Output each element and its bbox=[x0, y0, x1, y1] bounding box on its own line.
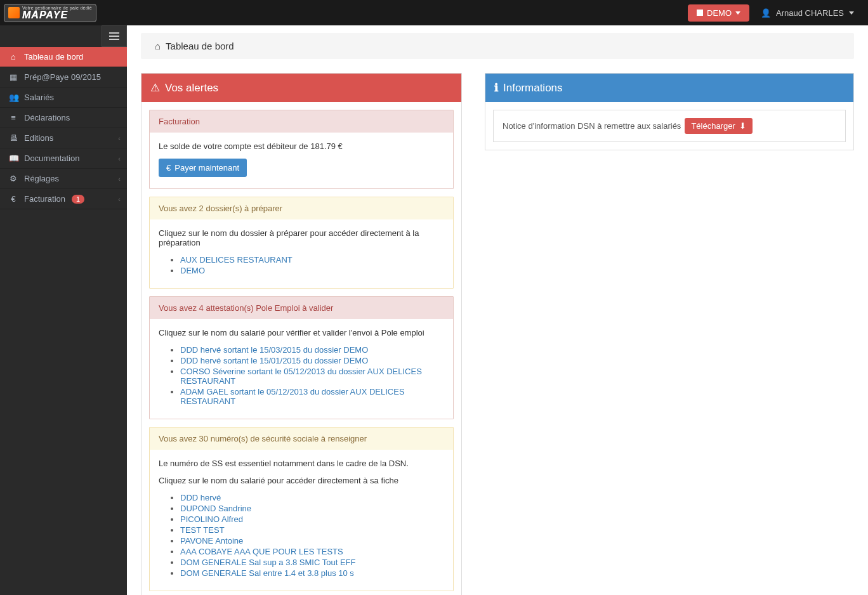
alert-head: Vous avez 2 dossier(s) à préparer bbox=[150, 197, 453, 219]
euro-icon bbox=[9, 194, 18, 204]
sidebar-item[interactable]: Déclarations bbox=[0, 108, 127, 128]
alert-head: Facturation bbox=[150, 110, 453, 133]
alert-intro1: Le numéro de SS est essentiel notamment … bbox=[159, 459, 444, 468]
informations-panel-title: Informations bbox=[485, 74, 853, 102]
sidebar-item-label: Editions bbox=[24, 133, 53, 143]
alert-attestations: Vous avez 4 attestation(s) Pole Emploi à… bbox=[149, 296, 454, 419]
chevron-left-icon: ‹ bbox=[118, 175, 121, 183]
bars2-icon bbox=[9, 113, 18, 122]
list-item[interactable]: DOM GENERALE Sal entre 1.4 et 3.8 plus 1… bbox=[180, 568, 444, 578]
square-icon bbox=[697, 10, 703, 16]
alerts-panel: Vos alertes Facturation Le solde de votr… bbox=[141, 73, 462, 595]
users-icon bbox=[9, 93, 18, 102]
alert-intro2: Cliquez sur le nom du salarié pour accéd… bbox=[159, 476, 444, 485]
sidebar-item-label: Déclarations bbox=[24, 113, 70, 122]
grid-icon bbox=[9, 72, 18, 82]
sidebar-item[interactable]: Prép@Paye 09/2015 bbox=[0, 67, 127, 88]
user-menu[interactable]: 👤 Arnaud CHARLES bbox=[761, 8, 854, 18]
alert-dossiers: Vous avez 2 dossier(s) à préparer Clique… bbox=[149, 197, 454, 289]
sidebar-item[interactable]: Documentation‹ bbox=[0, 148, 127, 169]
user-name: Arnaud CHARLES bbox=[776, 8, 844, 18]
info-notice-row: Notice d'information DSN à remettre aux … bbox=[493, 110, 846, 142]
cogs-icon bbox=[9, 174, 18, 183]
chevron-down-icon bbox=[849, 11, 854, 15]
home-icon bbox=[155, 41, 161, 51]
informations-title-text: Informations bbox=[503, 82, 563, 95]
chevron-left-icon: ‹ bbox=[118, 134, 121, 142]
sidebar: Tableau de bordPrép@Paye 09/2015Salariés… bbox=[0, 25, 127, 595]
sidebar-badge: 1 bbox=[72, 195, 84, 204]
user-icon: 👤 bbox=[761, 8, 771, 18]
download-icon bbox=[739, 121, 746, 131]
alert-intro: Cliquez sur le nom du dossier à préparer… bbox=[159, 228, 444, 247]
sidebar-toggle[interactable] bbox=[102, 25, 127, 47]
alert-head: Vous avez 30 numéro(s) de sécurité socia… bbox=[150, 428, 453, 450]
sidebar-item-label: Salariés bbox=[24, 93, 54, 102]
sidebar-item[interactable]: Tableau de bord bbox=[0, 47, 127, 67]
sidebar-item[interactable]: Réglages‹ bbox=[0, 169, 127, 189]
list-item[interactable]: AUX DELICES RESTAURANT bbox=[180, 255, 444, 265]
info-icon bbox=[494, 81, 498, 95]
hamburger-icon bbox=[109, 36, 119, 37]
sidebar-nav: Tableau de bordPrép@Paye 09/2015Salariés… bbox=[0, 47, 127, 209]
alerts-panel-title: Vos alertes bbox=[141, 74, 461, 102]
alert-ssn: Vous avez 30 numéro(s) de sécurité socia… bbox=[149, 427, 454, 591]
demo-dropdown[interactable]: DEMO bbox=[688, 4, 749, 22]
book-icon bbox=[9, 154, 18, 163]
list-item[interactable]: DEMO bbox=[180, 266, 444, 275]
list-item[interactable]: DDD hervé sortant le 15/01/2015 du dossi… bbox=[180, 356, 444, 365]
sidebar-item-label: Facturation bbox=[24, 194, 65, 204]
list-item[interactable]: DOM GENERALE Sal sup a 3.8 SMIC Tout EFF bbox=[180, 558, 444, 567]
alerts-title-text: Vos alertes bbox=[165, 82, 218, 95]
alert-facturation: Facturation Le solde de votre compte est… bbox=[149, 110, 454, 189]
breadcrumb-label: Tableau de bord bbox=[166, 41, 234, 51]
list-item[interactable]: CORSO Séverine sortant le 05/12/2013 du … bbox=[180, 367, 444, 386]
breadcrumb: Tableau de bord bbox=[141, 33, 854, 59]
demo-label: DEMO bbox=[707, 8, 732, 18]
pay-label: Payer maintenant bbox=[174, 163, 239, 173]
list-item[interactable]: AAA COBAYE AAA QUE POUR LES TESTS bbox=[180, 547, 444, 556]
print-icon bbox=[9, 133, 18, 143]
sidebar-item[interactable]: Editions‹ bbox=[0, 128, 127, 148]
informations-panel: Informations Notice d'information DSN à … bbox=[485, 73, 854, 150]
chevron-left-icon: ‹ bbox=[118, 195, 121, 203]
alert-text: Le solde de votre compte est débiteur de… bbox=[159, 141, 444, 151]
alert-intro: Cliquez sur le nom du salarié pour vérif… bbox=[159, 328, 444, 337]
euro-icon bbox=[166, 163, 171, 173]
sidebar-item-label: Réglages bbox=[24, 174, 59, 183]
list-item[interactable]: DDD hervé bbox=[180, 493, 444, 502]
notice-text: Notice d'information DSN à remettre aux … bbox=[503, 121, 681, 131]
list-item[interactable]: DUPOND Sandrine bbox=[180, 504, 444, 513]
alert-head: Vous avez 4 attestation(s) Pole Emploi à… bbox=[150, 297, 453, 319]
chevron-left-icon: ‹ bbox=[118, 155, 121, 162]
chevron-down-icon bbox=[735, 11, 740, 15]
app-logo[interactable]: Votre gestionnaire de paie dédié MAPAYE bbox=[4, 4, 96, 22]
list-item[interactable]: PICOLINO Alfred bbox=[180, 514, 444, 524]
main-content: Tableau de bord Vos alertes Facturation … bbox=[127, 25, 868, 595]
top-bar: Votre gestionnaire de paie dédié MAPAYE … bbox=[0, 0, 868, 25]
sidebar-item[interactable]: Salariés bbox=[0, 88, 127, 108]
list-item[interactable]: PAVONE Antoine bbox=[180, 536, 444, 546]
list-item[interactable]: DDD hervé sortant le 15/03/2015 du dossi… bbox=[180, 345, 444, 355]
download-button[interactable]: Télécharger bbox=[685, 118, 752, 134]
download-label: Télécharger bbox=[691, 121, 735, 131]
warning-icon bbox=[150, 81, 160, 95]
sidebar-item-label: Prép@Paye 09/2015 bbox=[24, 72, 101, 82]
sidebar-item-label: Documentation bbox=[24, 154, 79, 163]
pay-now-button[interactable]: Payer maintenant bbox=[159, 159, 247, 177]
sidebar-item-label: Tableau de bord bbox=[24, 52, 83, 62]
list-item[interactable]: TEST TEST bbox=[180, 525, 444, 535]
sidebar-item[interactable]: Facturation1‹ bbox=[0, 189, 127, 209]
home-icon bbox=[9, 52, 18, 62]
logo-main: MAPAYE bbox=[22, 10, 92, 20]
list-item[interactable]: ADAM GAEL sortant le 05/12/2013 du dossi… bbox=[180, 387, 444, 406]
logo-icon bbox=[8, 7, 20, 18]
